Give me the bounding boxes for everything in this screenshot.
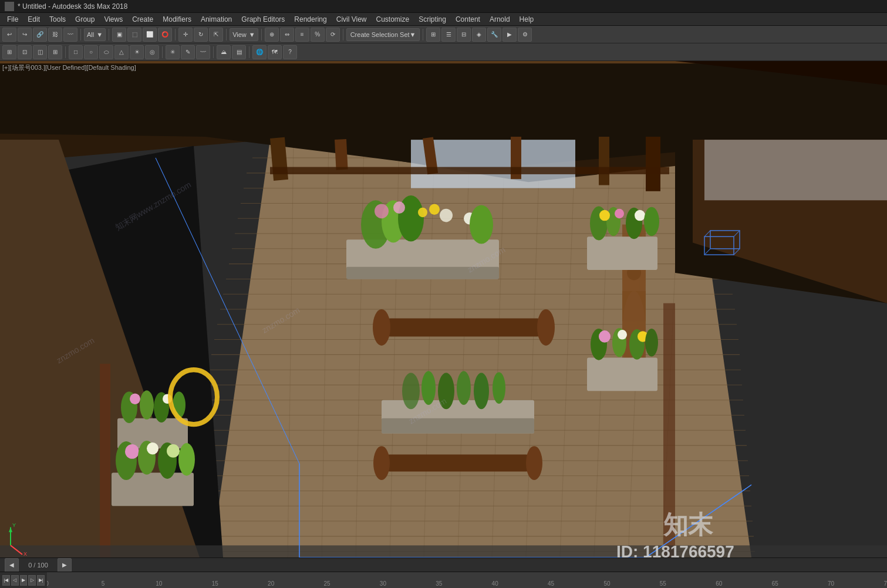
svg-point-80 — [457, 371, 471, 405]
material-editor-button[interactable]: ◈ — [472, 28, 486, 42]
sep-s4 — [249, 46, 249, 58]
play-button[interactable]: ▶ — [20, 575, 28, 586]
cone-button[interactable]: △ — [114, 45, 129, 59]
title-bar: * Untitled - Autodesk 3ds Max 2018 — [0, 0, 887, 13]
timeline-bar[interactable]: |◀ ◁ ▶ ▷ ▶| 0 5 10 15 20 25 30 35 40 45 … — [0, 572, 887, 588]
settings-button[interactable]: ⚙ — [518, 28, 532, 42]
window-title: * Untitled - Autodesk 3ds Max 2018 — [18, 2, 127, 11]
redo-button[interactable]: ↪ — [18, 28, 32, 42]
align-button[interactable]: ≡ — [295, 28, 309, 42]
menu-arnold[interactable]: Arnold — [485, 14, 515, 25]
bind-button[interactable]: 〰 — [63, 28, 77, 42]
separator-5 — [261, 29, 262, 40]
skip-start-button[interactable]: |◀ — [2, 575, 10, 586]
next-frame-button[interactable]: ▶ — [58, 558, 72, 572]
paint-button[interactable]: ✎ — [181, 45, 195, 59]
svg-text:ID: 1181766597: ID: 1181766597 — [616, 542, 734, 557]
separator-3 — [175, 29, 176, 40]
svg-point-67 — [418, 208, 427, 218]
svg-point-116 — [125, 444, 139, 459]
map-button[interactable]: 🗺 — [268, 45, 282, 59]
mirror-button[interactable]: ⇔ — [280, 28, 294, 42]
spinner-button[interactable]: ⟳ — [326, 28, 340, 42]
menu-scripting[interactable]: Scripting — [414, 14, 451, 25]
height-field-button[interactable]: ▤ — [232, 45, 246, 59]
percent-snap-button[interactable]: % — [311, 28, 325, 42]
second-toolbar: ⊞ ⊡ ◫ ⊞ □ ○ ⬭ △ ☀ ◎ ✳ ✎ 〰 ⛰ ▤ 🌐 🗺 ? — [0, 43, 887, 61]
create-selection-set-button[interactable]: Create Selection Set ▼ — [346, 28, 420, 41]
particle-button[interactable]: ✳ — [166, 45, 180, 59]
menu-group[interactable]: Group — [70, 14, 99, 25]
select-rectangle-button[interactable]: ⬜ — [143, 28, 157, 42]
svg-rect-54 — [335, 139, 348, 170]
viewport-area[interactable]: Y X 知末网www.znzmo.com znzmo.com znzmo.com… — [0, 61, 887, 557]
question-button[interactable]: ? — [283, 45, 297, 59]
snap-toggle-button[interactable]: ⊡ — [18, 45, 32, 59]
menu-tools[interactable]: Tools — [45, 14, 70, 25]
rotate-button[interactable]: ↻ — [194, 28, 208, 42]
selection-filter-dropdown[interactable]: All ▼ — [84, 28, 106, 41]
svg-point-94 — [599, 210, 610, 221]
svg-point-110 — [140, 390, 154, 420]
timeline-inner[interactable]: 0 5 10 15 20 25 30 35 40 45 50 55 60 65 … — [47, 572, 887, 588]
svg-point-73 — [373, 309, 390, 346]
sphere2-button[interactable]: ◎ — [145, 45, 159, 59]
menu-graph-editors[interactable]: Graph Editors — [237, 14, 289, 25]
select-object-button[interactable]: ▣ — [112, 28, 126, 42]
globe-button[interactable]: 🌐 — [252, 45, 267, 59]
svg-point-85 — [526, 446, 542, 480]
menu-edit[interactable]: Edit — [23, 14, 45, 25]
menu-modifiers[interactable]: Modifiers — [158, 14, 196, 25]
main-toolbar: ↩ ↪ 🔗 ⛓ 〰 All ▼ ▣ ⬚ ⬜ ⭕ ✛ ↻ ⇱ View ▼ ⊕ ⇔… — [0, 26, 887, 43]
cloth-button[interactable]: 〰 — [196, 45, 210, 59]
menu-create[interactable]: Create — [127, 14, 158, 25]
svg-point-95 — [615, 209, 624, 219]
menu-rendering[interactable]: Rendering — [289, 14, 331, 25]
next-key-button[interactable]: ▷ — [28, 575, 36, 586]
prev-key-button[interactable]: ◁ — [11, 575, 19, 586]
reference-coord-dropdown[interactable]: View ▼ — [230, 28, 258, 41]
layers-button[interactable]: ⊞ — [426, 28, 440, 42]
separator-6 — [343, 29, 343, 40]
render-button[interactable]: ▶ — [502, 28, 517, 42]
skip-end-button[interactable]: ▶| — [37, 575, 45, 586]
menu-views[interactable]: Views — [99, 14, 127, 25]
scene-canvas: Y X 知末网www.znzmo.com znzmo.com znzmo.com… — [0, 61, 887, 557]
pivot-button[interactable]: ⊕ — [265, 28, 279, 42]
svg-point-101 — [599, 330, 611, 343]
snap-angle-button[interactable]: ⊞ — [48, 45, 62, 59]
menu-animation[interactable]: Animation — [196, 14, 237, 25]
menu-file[interactable]: File — [2, 14, 23, 25]
unlink-button[interactable]: ⛓ — [48, 28, 62, 42]
prev-frame-button[interactable]: ◀ — [5, 558, 19, 572]
menu-help[interactable]: Help — [515, 14, 539, 25]
menu-customize[interactable]: Customize — [372, 14, 414, 25]
select-circle-button[interactable]: ⭕ — [158, 28, 172, 42]
light-button[interactable]: ☀ — [130, 45, 144, 59]
frame-counter: 0 / 100 — [23, 562, 53, 569]
svg-rect-123 — [0, 545, 887, 557]
box-object-button[interactable]: □ — [69, 45, 83, 59]
svg-point-121 — [178, 443, 195, 476]
scale-button[interactable]: ⇱ — [209, 28, 223, 42]
create-selection-set-label: Create Selection Set — [350, 31, 410, 38]
menu-civil-view[interactable]: Civil View — [332, 14, 372, 25]
sphere-button[interactable]: ○ — [84, 45, 98, 59]
sep-s3 — [213, 46, 214, 58]
link-button[interactable]: 🔗 — [33, 28, 47, 42]
svg-point-77 — [402, 373, 420, 409]
terrain-button[interactable]: ⛰ — [217, 45, 231, 59]
snap-3d-button[interactable]: ◫ — [33, 45, 47, 59]
render-setup-button[interactable]: 🔧 — [487, 28, 501, 42]
scene-explorer-button[interactable]: ☰ — [441, 28, 456, 42]
snap-2d-button[interactable]: ⊞ — [2, 45, 16, 59]
separator-4 — [226, 29, 227, 40]
svg-point-120 — [167, 444, 180, 458]
schematic-view-button[interactable]: ⊟ — [457, 28, 471, 42]
undo-button[interactable]: ↩ — [2, 28, 16, 42]
svg-text:知末: 知末 — [663, 511, 714, 539]
select-region-button[interactable]: ⬚ — [127, 28, 141, 42]
menu-content[interactable]: Content — [451, 14, 485, 25]
select-move-button[interactable]: ✛ — [178, 28, 193, 42]
cylinder-button[interactable]: ⬭ — [99, 45, 113, 59]
